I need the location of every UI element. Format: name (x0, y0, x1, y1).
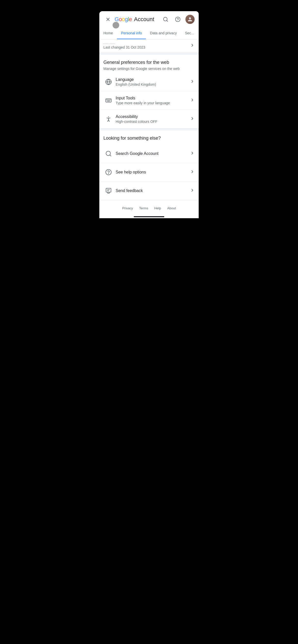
password-content: ········· Last changed 31 Oct 2023 (103, 42, 190, 49)
language-title: Language (116, 77, 190, 82)
tab-personal-info[interactable]: Personal info (117, 27, 146, 39)
svg-line-16 (110, 155, 111, 156)
input-tools-item[interactable]: Input Tools Type more easily in your lan… (99, 91, 199, 110)
avatar[interactable] (185, 15, 195, 24)
search-account-chevron-icon (190, 151, 195, 157)
looking-for-title: Looking for something else? (103, 136, 195, 141)
language-item[interactable]: Language English (United Kingdom) (99, 73, 199, 91)
notification-indicator (113, 22, 119, 28)
section-divider-2 (99, 128, 199, 130)
nav-tabs: Home Personal info Data and privacy Sec.… (99, 27, 199, 39)
keyboard-icon (103, 95, 114, 106)
search-account-title: Search Google Account (116, 151, 190, 156)
privacy-link[interactable]: Privacy (122, 206, 133, 210)
send-feedback-item[interactable]: Send feedback (99, 182, 199, 200)
search-button[interactable] (161, 15, 170, 24)
input-tools-subtitle: Type more easily in your language (116, 101, 190, 105)
password-row[interactable]: ········· Last changed 31 Oct 2023 (99, 39, 199, 53)
svg-rect-19 (106, 188, 111, 192)
about-link[interactable]: About (167, 206, 176, 210)
looking-for-header: Looking for something else? (99, 130, 199, 144)
help-options-chevron-icon (190, 169, 195, 175)
google-o1: o (119, 16, 122, 23)
search-account-content: Search Google Account (116, 151, 190, 156)
language-content: Language English (United Kingdom) (116, 77, 190, 86)
help-options-title: See help options (116, 170, 190, 174)
input-tools-chevron-icon (190, 98, 195, 104)
language-subtitle: English (United Kingdom) (116, 82, 190, 86)
send-feedback-chevron-icon (190, 188, 195, 194)
svg-line-3 (167, 20, 168, 21)
general-preferences-desc: Manage settings for Google services on t… (103, 67, 195, 71)
svg-point-14 (108, 116, 109, 117)
footer: Privacy Terms Help About (99, 200, 199, 214)
google-e: e (129, 16, 132, 23)
account-label: Account (134, 16, 159, 23)
section-divider-1 (99, 53, 199, 55)
tab-security[interactable]: Sec... (181, 27, 198, 39)
svg-point-17 (106, 169, 111, 175)
password-chevron-icon (190, 43, 195, 49)
send-feedback-title: Send feedback (116, 188, 190, 193)
svg-rect-8 (106, 99, 111, 102)
accessibility-title: Accessibility (116, 114, 190, 119)
help-options-item[interactable]: See help options (99, 163, 199, 182)
google-logo: G o o g l e (115, 16, 132, 23)
globe-icon (103, 77, 114, 87)
google-g2: g (125, 16, 128, 23)
general-preferences-title: General preferences for the web (103, 60, 195, 65)
help-options-content: See help options (116, 170, 190, 174)
terms-link[interactable]: Terms (139, 206, 148, 210)
password-last-changed: Last changed 31 Oct 2023 (103, 45, 190, 49)
input-tools-content: Input Tools Type more easily in your lan… (116, 96, 190, 105)
search-account-item[interactable]: Search Google Account (99, 144, 199, 163)
password-dots: ········· (103, 42, 190, 45)
send-feedback-content: Send feedback (116, 188, 190, 193)
tab-data-privacy[interactable]: Data and privacy (146, 27, 181, 39)
help-button[interactable] (173, 15, 182, 24)
tab-home[interactable]: Home (99, 27, 117, 39)
close-button[interactable] (103, 15, 113, 24)
input-tools-title: Input Tools (116, 96, 190, 100)
header-actions (161, 15, 195, 24)
feedback-icon (103, 186, 114, 196)
google-o2: o (122, 16, 125, 23)
help-link[interactable]: Help (154, 206, 161, 210)
accessibility-chevron-icon (190, 116, 195, 122)
accessibility-subtitle: High-contrast colours OFF (116, 120, 190, 124)
avatar-image (185, 15, 195, 24)
accessibility-icon (103, 114, 114, 124)
language-chevron-icon (190, 79, 195, 85)
help-circle-icon (103, 167, 114, 177)
search-icon (103, 149, 114, 159)
bottom-bar (99, 214, 199, 218)
home-indicator (134, 216, 164, 217)
general-preferences-header: General preferences for the web Manage s… (99, 55, 199, 73)
accessibility-item[interactable]: Accessibility High-contrast colours OFF (99, 110, 199, 128)
accessibility-content: Accessibility High-contrast colours OFF (116, 114, 190, 124)
